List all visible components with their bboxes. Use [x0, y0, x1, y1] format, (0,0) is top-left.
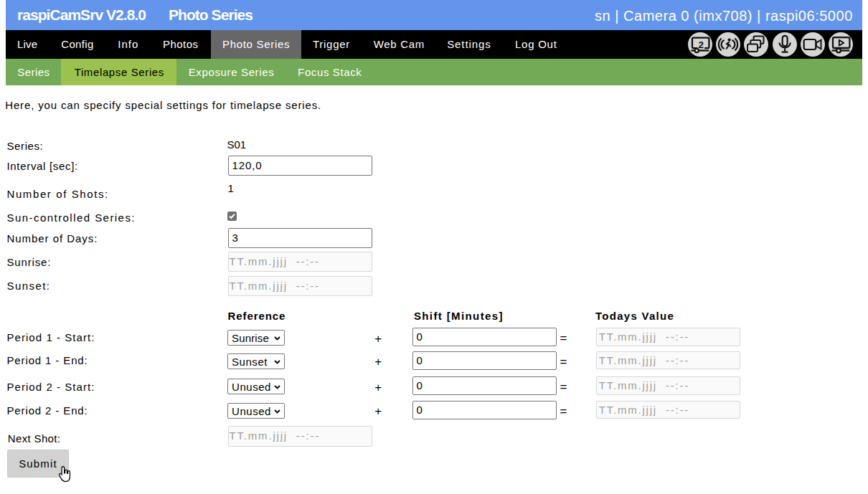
- svg-text:2: 2: [698, 39, 704, 50]
